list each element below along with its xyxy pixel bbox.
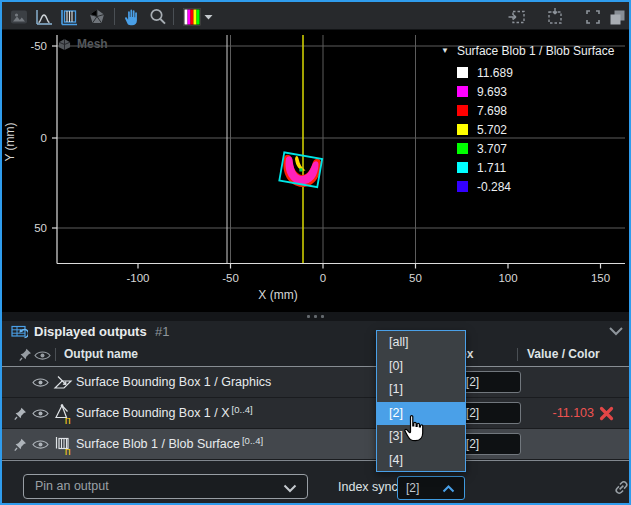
- eye-column-icon[interactable]: [34, 350, 51, 361]
- legend-swatch: [457, 143, 468, 154]
- center-view-icon: [545, 7, 565, 27]
- mesh-label: Mesh: [58, 37, 108, 51]
- duplicate-view-icon: [607, 7, 627, 27]
- index-dropdown-popup: [all] [0] [1] [2] [3] [4]: [376, 330, 466, 472]
- panel-divider: [2, 460, 629, 461]
- column-value-color: Value / Color: [527, 347, 600, 361]
- output-value: -11.103: [502, 406, 594, 420]
- visibility-eye-icon[interactable]: [32, 408, 49, 419]
- snap-region-button[interactable]: [506, 6, 528, 28]
- svg-text:-50: -50: [222, 272, 239, 284]
- pin-column-icon[interactable]: [19, 348, 32, 362]
- svg-text:[]: []: [65, 416, 71, 424]
- svg-text:100: 100: [498, 272, 517, 284]
- legend-entry: 3.707: [457, 139, 614, 158]
- output-row-bbox-x[interactable]: [] Surface Bounding Box 1 / X[0..4] [2] …: [2, 398, 629, 429]
- palette-dropdown-caret[interactable]: [202, 6, 214, 28]
- zoom-tool-button[interactable]: [147, 6, 169, 28]
- magnifier-icon: [148, 7, 168, 27]
- dropdown-item-0[interactable]: [0]: [377, 355, 465, 379]
- index-sync-label: Index sync: [338, 480, 398, 494]
- plot-toolbar: [2, 2, 629, 30]
- mesh-cube-icon: [58, 38, 71, 51]
- fullscreen-icon: [583, 7, 603, 27]
- index-sync-combobox[interactable]: [2]: [397, 476, 465, 500]
- legend-swatch: [457, 124, 468, 135]
- displayed-outputs-panel: Displayed outputs #1 Output name Index V…: [2, 321, 629, 503]
- svg-text:50: 50: [409, 272, 422, 284]
- heatmap-view-icon: [59, 7, 79, 27]
- output-name: Surface Bounding Box 1 / X[0..4]: [76, 406, 253, 420]
- horizontal-splitter[interactable]: [2, 312, 629, 321]
- fullscreen-button[interactable]: [582, 6, 604, 28]
- legend-title-row[interactable]: ▼ Surface Blob 1 / Blob Surface: [441, 42, 614, 59]
- snap-region-icon: [507, 7, 527, 27]
- column-header-row: Output name Index Value / Color: [2, 343, 629, 367]
- pin-output-placeholder: Pin an output: [35, 479, 109, 493]
- chevron-up-icon: [442, 485, 455, 493]
- x-axis-label: X (mm): [258, 288, 297, 302]
- image-view-icon: [9, 7, 29, 27]
- legend-swatch: [457, 181, 468, 192]
- legend-entry: 5.702: [457, 120, 614, 139]
- pinned-icon[interactable]: [14, 438, 27, 452]
- pinned-icon[interactable]: [14, 407, 27, 421]
- panel-collapse-button[interactable]: [608, 326, 624, 336]
- graphics-type-icon: [53, 373, 73, 392]
- svg-text:[]: []: [65, 447, 71, 455]
- legend-swatch: [457, 86, 468, 97]
- displayed-outputs-icon: [11, 324, 28, 341]
- svg-text:50: 50: [34, 222, 47, 234]
- plot-legend: ▼ Surface Blob 1 / Blob Surface 11.689 9…: [441, 42, 614, 196]
- link-sync-icon[interactable]: [613, 479, 630, 496]
- legend-entry: 7.698: [457, 101, 614, 120]
- color-palette-button[interactable]: [181, 6, 203, 28]
- remove-output-button[interactable]: [599, 406, 614, 421]
- chevron-down-icon: [608, 326, 624, 336]
- center-view-button[interactable]: [544, 6, 566, 28]
- pan-hand-icon: [121, 7, 141, 27]
- svg-text:150: 150: [591, 272, 610, 284]
- color-palette-icon: [182, 7, 202, 27]
- output-name: Surface Bounding Box 1 / Graphics: [76, 375, 273, 389]
- view-3d-icon: [87, 7, 107, 27]
- x-measurement-type-icon: []: [53, 403, 75, 424]
- legend-swatch: [457, 105, 468, 116]
- pin-output-combobox[interactable]: Pin an output: [23, 474, 308, 499]
- y-axis-label: Y (mm): [3, 122, 17, 161]
- dropdown-item-1[interactable]: [1]: [377, 378, 465, 402]
- legend-swatch: [457, 67, 468, 78]
- toolbar-separator: [114, 8, 115, 25]
- legend-title: Surface Blob 1 / Blob Surface: [457, 44, 614, 58]
- column-separator: [517, 348, 518, 361]
- output-row-graphics[interactable]: Surface Bounding Box 1 / Graphics [2]: [2, 367, 629, 398]
- column-separator: [55, 348, 56, 361]
- dropdown-item-4[interactable]: [4]: [377, 449, 465, 473]
- pan-tool-button[interactable]: [120, 6, 142, 28]
- output-row-blob-surface[interactable]: [] Surface Blob 1 / Blob Surface[0..4] […: [2, 429, 629, 460]
- column-output-name: Output name: [64, 347, 138, 361]
- profile-plot-icon: [34, 7, 54, 27]
- profile-plot-button[interactable]: [33, 6, 55, 28]
- dropdown-item-all[interactable]: [all]: [377, 331, 465, 355]
- legend-entry: 1.711: [457, 158, 614, 177]
- blob-center-marker: [299, 168, 302, 171]
- caret-down-icon: [204, 14, 213, 20]
- splitter-handle-dots: [307, 315, 324, 318]
- application-window: -100 -50 0 50 100 150 -50 0 50 X (mm) Y …: [0, 0, 631, 505]
- legend-entry: -0.284: [457, 177, 614, 196]
- panel-header: Displayed outputs #1: [2, 321, 629, 343]
- heatmap-view-button[interactable]: [58, 6, 80, 28]
- visibility-eye-icon[interactable]: [32, 377, 49, 388]
- legend-entry: 9.693: [457, 82, 614, 101]
- visibility-eye-icon[interactable]: [32, 439, 49, 450]
- image-view-button[interactable]: [8, 6, 30, 28]
- legend-entry: 11.689: [457, 63, 614, 82]
- hand-cursor: [401, 414, 427, 445]
- toolbar-separator: [173, 8, 174, 25]
- duplicate-view-button[interactable]: [606, 6, 628, 28]
- panel-badge: #1: [155, 324, 169, 339]
- output-name: Surface Blob 1 / Blob Surface[0..4]: [76, 437, 263, 451]
- svg-text:0: 0: [320, 272, 326, 284]
- view-3d-button[interactable]: [86, 6, 108, 28]
